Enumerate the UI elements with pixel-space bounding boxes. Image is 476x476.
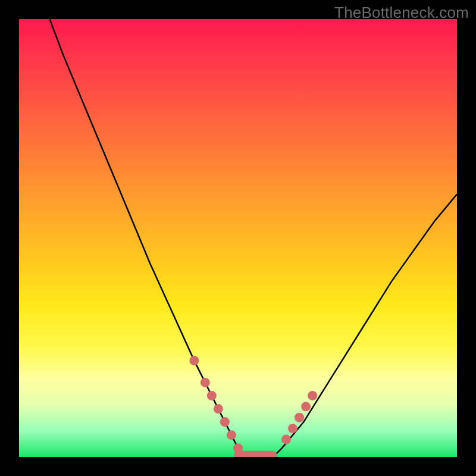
marker-dot: [281, 435, 291, 444]
bottleneck-curve-svg: [19, 19, 457, 457]
bottleneck-curve-path: [50, 19, 458, 457]
chart-plot-area: [19, 19, 457, 457]
marker-dot: [308, 391, 317, 400]
marker-dot: [207, 391, 217, 400]
marker-dot: [295, 413, 304, 422]
marker-dot: [214, 404, 223, 414]
marker-dot: [301, 402, 311, 411]
marker-dot: [189, 356, 199, 365]
marker-dot: [227, 430, 236, 440]
marker-dot: [201, 378, 210, 387]
watermark-text: TheBottleneck.com: [334, 4, 469, 22]
marker-cluster-right: [281, 391, 317, 444]
marker-dot: [220, 417, 230, 427]
marker-dot: [288, 424, 298, 433]
